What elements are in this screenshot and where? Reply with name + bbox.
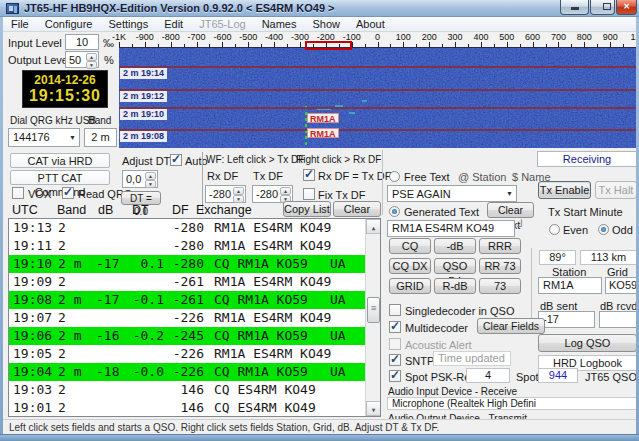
decode-row[interactable]: 19:102 m-170.1-280CQ RM1A KO59UA xyxy=(9,255,380,273)
tx-enable-button[interactable]: Tx Enable xyxy=(538,181,591,199)
vox-checkbox[interactable]: ✓ xyxy=(12,187,24,199)
free-text-radio[interactable] xyxy=(389,171,400,182)
cell-df: -280 xyxy=(164,219,204,237)
log-qso-button[interactable]: Log QSO xyxy=(538,334,637,352)
macro-rr73-button[interactable]: RR 73 xyxy=(479,258,521,274)
macro-qsob4-button[interactable]: QSO B4 xyxy=(434,258,476,274)
multidecoder-checkbox[interactable]: ✓ xyxy=(389,321,401,333)
spot-psk-checkbox[interactable]: ✓ xyxy=(389,370,401,382)
scroll-up-icon[interactable]: ▲ xyxy=(366,219,381,234)
decode-row[interactable]: 19:032146CQ ES4RM KO49 xyxy=(9,381,380,399)
cell-exchange: CQ RM1A KO59 xyxy=(204,255,322,273)
tx-halt-button[interactable]: Tx Halt xyxy=(595,181,637,199)
macro-cqdx-button[interactable]: CQ DX xyxy=(389,258,431,274)
auto-dt-checkbox[interactable]: ✓ xyxy=(170,154,182,166)
output-level-up[interactable]: ▲ xyxy=(86,53,97,61)
minimize-button[interactable] xyxy=(560,0,589,15)
fix-tx-df-checkbox[interactable]: ✓ xyxy=(303,188,315,200)
cell-db xyxy=(96,219,130,237)
macro-73-button[interactable]: 73 xyxy=(479,278,521,294)
scrollbar[interactable]: ▲ ▼ xyxy=(365,219,380,416)
rx-eq-tx-checkbox[interactable]: ✓ xyxy=(303,169,315,181)
message-select[interactable]: PSE AGAIN ▼ xyxy=(387,185,517,202)
decode-row[interactable]: 19:072-226RM1A ES4RM KO49 xyxy=(9,309,380,327)
read-qrg-checkbox[interactable]: ✓ xyxy=(62,187,74,199)
tx-df-up[interactable]: ▲ xyxy=(280,187,291,195)
station-input[interactable]: RM1A xyxy=(538,277,602,294)
menu-item-names[interactable]: Names xyxy=(254,17,305,32)
callsign-tag[interactable]: RM1A xyxy=(307,128,339,138)
cell-utc: 19:10 xyxy=(13,255,58,273)
menu-item-about[interactable]: About xyxy=(348,17,393,32)
macro-db-button[interactable]: -dB xyxy=(434,238,476,254)
cell-df: -226 xyxy=(164,363,204,381)
dial-qrg-label: Dial QRG kHz USB xyxy=(10,115,96,126)
rx-df-stepper[interactable]: -280 ▲▼ xyxy=(205,185,246,203)
clear-fields-button[interactable]: Clear Fields xyxy=(477,318,545,334)
clear-text-button[interactable]: Clear Text xyxy=(487,202,534,218)
chevron-down-icon[interactable]: ▼ xyxy=(69,134,76,141)
dt-up[interactable]: ▲ xyxy=(145,172,156,180)
output-level-down[interactable]: ▼ xyxy=(86,61,97,69)
copy-list-button[interactable]: Copy List xyxy=(283,201,331,217)
header-band: Band xyxy=(57,203,86,217)
rx-df-down[interactable]: ▼ xyxy=(233,195,244,203)
db-rcvd-input[interactable] xyxy=(599,311,637,328)
signal-speckle xyxy=(362,100,367,102)
decode-row[interactable]: 19:092-261RM1A ES4RM KO49 xyxy=(9,273,380,291)
even-radio[interactable] xyxy=(549,224,560,235)
decode-row[interactable]: 19:082 m-17-0.1-261CQ RM1A KO59UA xyxy=(9,291,380,309)
decode-row[interactable]: 19:052-226RM1A ES4RM KO49 xyxy=(9,345,380,363)
cell-band: 2 m xyxy=(58,291,96,309)
macro-cq-button[interactable]: CQ xyxy=(389,238,431,254)
cell-exchange: CQ RM1A KO59 xyxy=(204,291,322,309)
cell-exchange: RM1A ES4RM KO49 xyxy=(204,237,322,255)
ptt-cat-command-button[interactable]: PTT CAT Command xyxy=(10,170,110,185)
dt-stepper[interactable]: 0,0 ▲▼ xyxy=(122,170,158,188)
cell-utc: 19:11 xyxy=(13,237,58,255)
decode-row[interactable]: 19:012146CQ ES4RM KO49 xyxy=(9,399,380,417)
cat-via-hrd-button[interactable]: CAT via HRD xyxy=(10,153,110,168)
grid-input[interactable]: KO59 xyxy=(605,277,637,294)
clear-list-button[interactable]: Clear List xyxy=(333,201,381,217)
decode-row[interactable]: 19:042 m-18-0.0-226CQ RM1A KO59UA xyxy=(9,363,380,381)
menu-item-file[interactable]: File xyxy=(3,17,37,32)
odd-radio[interactable] xyxy=(598,224,609,235)
generated-text-radio[interactable] xyxy=(389,206,400,217)
maximize-button[interactable] xyxy=(590,0,615,15)
db-sent-input[interactable]: -17 xyxy=(538,311,595,328)
cell-df: -280 xyxy=(164,255,204,273)
acoustic-alert-checkbox[interactable]: ✓ xyxy=(389,338,401,350)
dt-down[interactable]: ▼ xyxy=(145,180,156,188)
decode-row[interactable]: 19:062 m-16-0.2-245CQ RM1A KO59UA xyxy=(9,327,380,345)
sntp-checkbox[interactable]: ✓ xyxy=(389,354,401,366)
chevron-down-icon[interactable]: ▼ xyxy=(506,190,513,197)
cell-dt xyxy=(130,309,164,327)
menu-item-edit[interactable]: Edit xyxy=(156,17,191,32)
input-level-field[interactable]: 10 xyxy=(65,34,99,50)
audio-input-label: Audio Input Device - Receive xyxy=(388,386,517,397)
scroll-down-icon[interactable]: ▼ xyxy=(366,401,381,416)
close-button[interactable]: ✕ xyxy=(616,0,637,15)
menu-item-show[interactable]: Show xyxy=(304,17,348,32)
minute-line xyxy=(119,89,636,91)
scrollbar-thumb[interactable] xyxy=(367,297,380,323)
menu-item-configure[interactable]: Configure xyxy=(37,17,101,32)
macro-rdb-button[interactable]: R-dB xyxy=(434,278,476,294)
dial-qrg-combo[interactable]: 144176 ▼ xyxy=(8,128,80,147)
tx-message-input[interactable]: RM1A ES4RM KO49 xyxy=(387,220,515,237)
singledecoder-checkbox[interactable]: ✓ xyxy=(389,304,401,316)
output-level-stepper[interactable]: 50 ▲▼ xyxy=(65,51,99,68)
macro-grid-button[interactable]: GRID xyxy=(389,278,431,294)
waterfall-display[interactable]: 2 m 19:142 m 19:122 m 19:102 m 19:08RM1A… xyxy=(119,47,636,148)
decode-row[interactable]: 19:112-280RM1A ES4RM KO49 xyxy=(9,237,380,255)
cell-band: 2 xyxy=(58,273,96,291)
acoustic-alert-label: Acoustic Alert xyxy=(405,339,472,351)
macro-rrr-button[interactable]: RRR xyxy=(479,238,521,254)
decode-row[interactable]: 19:132-280RM1A ES4RM KO49 xyxy=(9,219,380,237)
message-select-value: PSE AGAIN xyxy=(392,188,451,200)
callsign-tag[interactable]: RM1A xyxy=(307,113,339,123)
decode-table: 19:132-280RM1A ES4RM KO4919:112-280RM1A … xyxy=(8,218,381,417)
menu-item-settings[interactable]: Settings xyxy=(100,17,156,32)
rx-df-up[interactable]: ▲ xyxy=(233,187,244,195)
